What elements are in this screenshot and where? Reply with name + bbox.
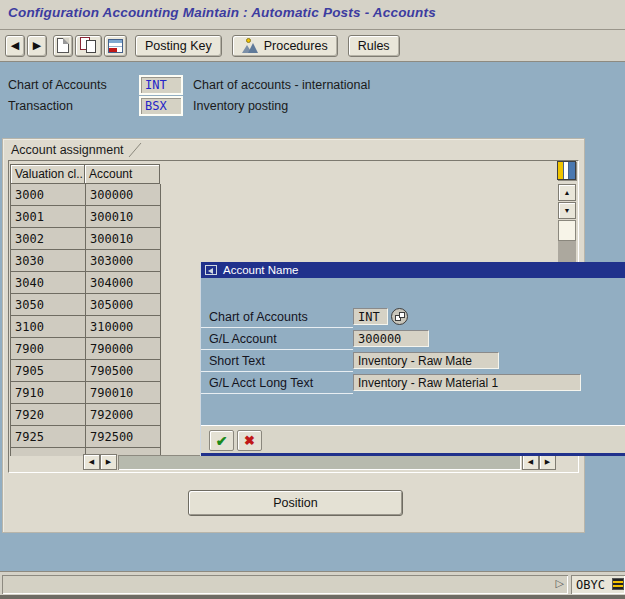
scroll-left-icon: ▶ [106,458,111,466]
account-cell[interactable]: 304000 [85,272,161,294]
table-row[interactable]: 7900 790000 [10,338,161,360]
table-row[interactable]: 3001 300010 [10,206,161,228]
transaction-field[interactable]: BSX [140,97,182,115]
account-cell[interactable]: 310000 [85,316,161,338]
table-row[interactable]: 3050 305000 [10,294,161,316]
account-cell[interactable]: 790010 [85,382,161,404]
titlebar: Configuration Accounting Maintain : Auto… [0,0,625,30]
table-view-button[interactable] [104,35,127,57]
dialog-short-text-field[interactable]: Inventory - Raw Mate [353,352,499,369]
posting-key-button[interactable]: Posting Key [135,35,222,57]
vscroll-down-button[interactable]: ▼ [558,202,576,219]
status-message-expand-icon[interactable]: ▷ [556,577,564,590]
valuation-class-cell[interactable]: 7900 [10,338,85,360]
hscroll-page-right-button[interactable]: ▶ [539,454,556,470]
transaction-code-field[interactable]: OBYC [571,575,625,594]
dialog-button-bar: ✔ ✖ [201,425,625,453]
account-cell[interactable]: 300010 [85,206,161,228]
account-cell[interactable]: 303000 [85,250,161,272]
account-cell[interactable]: 792500 [85,426,161,448]
table-row[interactable]: 7905 790500 [10,360,161,382]
valuation-class-cell[interactable]: 3030 [10,250,85,272]
table-row[interactable]: 3030 303000 [10,250,161,272]
column-header-valuation-class[interactable]: Valuation cl.. [10,164,85,184]
scroll-up-icon: ▲ [564,189,571,196]
account-assignment-tab-label: Account assignment [11,143,124,157]
page-title: Configuration Accounting Maintain : Auto… [8,5,436,20]
cancel-button[interactable]: ✖ [237,430,262,451]
valuation-class-cell[interactable]: 7925 [10,426,85,448]
table-view-icon [108,39,123,53]
procedures-button[interactable]: Procedures [232,35,338,57]
dialog-gl-account-field[interactable]: 300000 [353,330,429,347]
column-header-account[interactable]: Account [84,164,160,184]
dialog-title: Account Name [223,264,298,276]
row-divider [201,393,353,394]
chart-of-accounts-field[interactable]: INT [140,76,182,94]
copy-button[interactable] [75,35,102,57]
account-table: Valuation cl.. Account 3000 300000 3001 … [10,164,161,456]
dialog-short-text-label: Short Text [209,350,265,372]
dialog-bottom-border [201,453,625,456]
sap-window: Configuration Accounting Maintain : Auto… [0,0,625,599]
copy-icon [79,37,98,54]
scroll-right-icon: ▶ [545,458,550,466]
hscroll-step-right-button[interactable]: ◀ [522,454,539,470]
application-toolbar: ◀ ▶ Posting Key Procedures Rules [0,30,625,62]
status-list-icon[interactable] [612,578,624,590]
table-row[interactable]: 7910 790010 [10,382,161,404]
valuation-class-cell[interactable]: 7920 [10,404,85,426]
procedures-button-label: Procedures [264,39,328,53]
table-row[interactable]: 3002 300010 [10,228,161,250]
new-document-icon [57,38,69,53]
table-row[interactable]: 3100 310000 [10,316,161,338]
dialog-chart-of-accounts-field[interactable]: INT [353,308,388,325]
table-row[interactable]: 7925 792500 [10,426,161,448]
dialog-long-text-label: G/L Acct Long Text [209,372,313,394]
forward-button[interactable]: ▶ [27,35,47,57]
valuation-class-cell[interactable]: 3002 [10,228,85,250]
dialog-gl-account-label: G/L Account [209,328,277,350]
account-cell[interactable]: 300000 [85,184,161,206]
account-cell[interactable]: 305000 [85,294,161,316]
vscroll-thumb[interactable] [558,220,576,241]
vscroll-up-button[interactable]: ▲ [558,184,576,201]
dialog-titlebar[interactable]: Account Name [201,262,625,278]
account-cell[interactable]: 790000 [85,338,161,360]
table-row[interactable]: 3040 304000 [10,272,161,294]
valuation-class-cell[interactable]: 3100 [10,316,85,338]
back-button[interactable]: ◀ [5,35,25,57]
rules-button[interactable]: Rules [348,35,400,57]
window-bottom-edge [0,595,625,599]
chart-of-accounts-label: Chart of Accounts [8,78,107,92]
table-row[interactable]: 3000 300000 [10,184,161,206]
table-row[interactable]: 7920 792000 [10,404,161,426]
table-settings-button[interactable] [557,161,576,180]
account-cell[interactable]: 792000 [85,404,161,426]
valuation-class-cell[interactable]: 3001 [10,206,85,228]
valuation-class-cell[interactable]: 7905 [10,360,85,382]
account-cell[interactable]: 790500 [85,360,161,382]
scroll-down-icon: ▼ [564,207,571,214]
matchcode-button[interactable] [391,308,408,325]
position-button[interactable]: Position [188,490,403,516]
dialog-long-text-field[interactable]: Inventory - Raw Material 1 [353,374,581,391]
cancel-x-icon: ✖ [244,433,255,448]
table-header-row: Valuation cl.. Account [10,164,161,184]
hscroll-track[interactable] [118,455,521,470]
valuation-class-cell[interactable]: 3040 [10,272,85,294]
dialog-row-chart-of-accounts: Chart of Accounts INT [201,306,625,328]
chart-of-accounts-description: Chart of accounts - international [193,78,370,92]
account-cell[interactable]: 300010 [85,228,161,250]
create-button[interactable] [53,35,73,57]
valuation-class-cell[interactable]: 3050 [10,294,85,316]
status-message-field[interactable]: ▷ [2,575,568,594]
hscroll-page-left-button[interactable]: ▶ [100,454,117,470]
valuation-class-cell[interactable]: 7910 [10,382,85,404]
status-bar: ▷ OBYC [0,571,625,595]
valuation-class-cell[interactable]: 3000 [10,184,85,206]
transaction-code-value: OBYC [576,578,605,592]
hscroll-step-left-button[interactable]: ◀ [83,454,100,470]
confirm-button[interactable]: ✔ [209,430,234,451]
valuation-class-cell[interactable] [10,448,85,456]
